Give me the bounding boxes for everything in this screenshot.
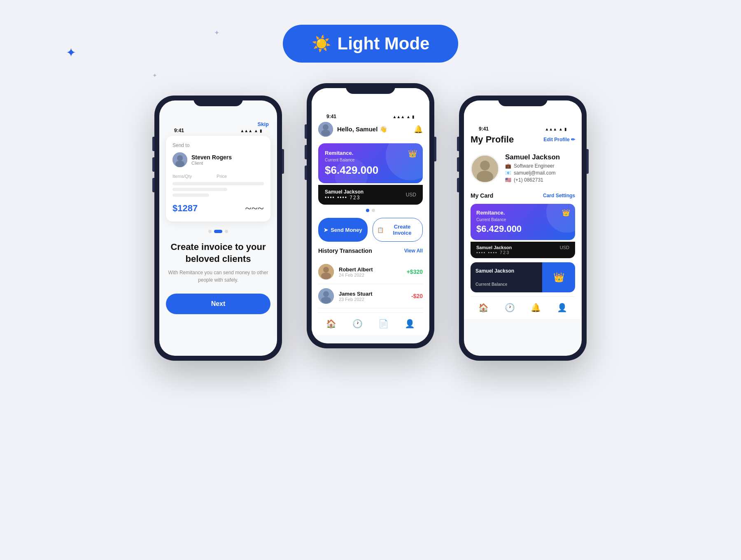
- skip-button[interactable]: Skip: [258, 121, 269, 127]
- svg-point-1: [177, 155, 183, 161]
- items-header: Items/Qty Price: [172, 174, 264, 179]
- profile-phone: 🇺🇸 (+1) 0862731: [505, 177, 575, 183]
- card-settings-button[interactable]: Card Settings: [543, 193, 575, 198]
- greeting-text: Hello, Samuel 👋: [337, 126, 387, 133]
- send-to-label: Send to: [172, 142, 264, 148]
- tx1-avatar: [318, 264, 334, 280]
- sun-icon: ☀️: [312, 35, 331, 53]
- phone-invoice: 9:41 ▲▲▲ ▲ ▮ Skip Send to: [154, 96, 282, 361]
- profile-bottom-nav: 🏠 🕐 🔔 👤: [471, 296, 575, 319]
- history-header: History Transaction View All: [318, 247, 423, 254]
- nav-home-icon[interactable]: 🏠: [326, 319, 336, 329]
- nav-history-icon[interactable]: 🕐: [352, 319, 363, 329]
- items-col1: Items/Qty: [172, 174, 192, 179]
- p3-card-name: Samuel Jackson: [476, 245, 512, 250]
- recipient-role: Client: [191, 161, 232, 166]
- create-invoice-button[interactable]: 📋 Create Invoice: [373, 218, 423, 242]
- phone1-time: 9:41: [174, 128, 184, 133]
- tx2-date: 23 Feb 2022: [339, 297, 406, 302]
- hello-header: Hello, Samuel 👋 🔔: [318, 122, 423, 137]
- dot-3: [225, 230, 228, 233]
- svg-point-11: [321, 297, 331, 303]
- dot-1: [208, 230, 212, 233]
- briefcase-icon: 💼: [505, 163, 511, 169]
- profile-avatar: [471, 154, 499, 183]
- signal-icon: ▲▲▲: [240, 128, 252, 133]
- card-bottom: Samuel Jackson •••• •••• 723 USD: [318, 185, 423, 205]
- ci-dot-2: [372, 209, 375, 212]
- hello-user: Hello, Samuel 👋: [318, 122, 387, 137]
- invoice-icon: 📋: [377, 227, 384, 233]
- phone2-time: 9:41: [326, 114, 336, 119]
- p3-card-dots: •••• •••• 723: [476, 250, 512, 255]
- history-title: History Transaction: [318, 247, 372, 254]
- edit-profile-button[interactable]: Edit Profile ✏: [543, 137, 575, 142]
- phone3-time: 9:41: [479, 126, 489, 132]
- second-card: Samuel Jackson Current Balance 👑: [471, 262, 575, 292]
- tx1-date: 24 Feb 2022: [339, 273, 402, 278]
- star-decoration-1: ✦: [66, 45, 76, 60]
- second-card-right: 👑: [542, 262, 575, 292]
- phones-container: 9:41 ▲▲▲ ▲ ▮ Skip Send to: [154, 96, 587, 361]
- card-holder-name: Samuel Jackson: [325, 189, 364, 195]
- phone2-screen: 9:41 ▲▲▲▲▮: [312, 88, 429, 343]
- view-all-button[interactable]: View All: [404, 248, 423, 254]
- flag-icon: 🇺🇸: [505, 177, 511, 183]
- next-button[interactable]: Next: [166, 294, 270, 314]
- phone1-notch: [193, 96, 243, 106]
- tx1-amount: +$320: [407, 268, 423, 275]
- second-card-balance-label: Current Balance: [475, 282, 537, 287]
- profile-job: 💼 Software Engineer: [505, 163, 575, 169]
- second-card-crown-icon: 👑: [553, 272, 564, 283]
- phone2-status-icons: ▲▲▲▲▮: [392, 114, 415, 119]
- tx1-name: Robert Albert: [339, 266, 402, 273]
- second-card-name: Samuel Jackson: [475, 268, 537, 274]
- svg-point-5: [321, 130, 330, 136]
- profile-balance-card: 👑 Remitance. Current Balance $6.429.000: [471, 204, 575, 240]
- profile-details: Samuel Jackson 💼 Software Engineer 📧 sam…: [505, 153, 575, 184]
- bell-icon[interactable]: 🔔: [414, 125, 423, 134]
- invoice-amount: $1287: [172, 203, 198, 214]
- star-decoration-2: ✦: [214, 29, 219, 37]
- phone-dashboard: 9:41 ▲▲▲▲▮: [307, 83, 434, 348]
- invoice-card: Send to Steven Rogers: [166, 136, 270, 222]
- svg-point-13: [480, 160, 490, 170]
- nav-invoice-icon[interactable]: 📄: [378, 319, 389, 329]
- card-crown-icon: 👑: [562, 209, 570, 217]
- p3-nav-bell-icon[interactable]: 🔔: [531, 303, 541, 313]
- profile-card-bottom: Samuel Jackson •••• •••• 723 USD: [471, 242, 575, 258]
- p3-nav-profile-icon[interactable]: 👤: [557, 303, 567, 313]
- p3-card-label: Current Balance: [476, 217, 569, 222]
- light-mode-badge[interactable]: ☀️ Light Mode: [283, 25, 459, 63]
- p3-card-brand: Remitance.: [476, 210, 569, 216]
- p3-nav-history-icon[interactable]: 🕐: [505, 303, 515, 313]
- profile-user-name: Samuel Jackson: [505, 153, 575, 161]
- phone3-status-bar: 9:41 ▲▲▲▲▮: [471, 119, 575, 134]
- profile-email: 📧 samuelj@mail.com: [505, 170, 575, 176]
- email-address: samuelj@mail.com: [514, 170, 556, 176]
- send-money-button[interactable]: ➤ Send Money: [318, 218, 368, 242]
- user-avatar-small: [318, 122, 333, 137]
- svg-point-7: [323, 267, 329, 273]
- signature: ~~~: [245, 202, 264, 215]
- p3-nav-home-icon[interactable]: 🏠: [478, 303, 489, 313]
- profile-info: Samuel Jackson 💼 Software Engineer 📧 sam…: [471, 153, 575, 184]
- item-line-3: [172, 194, 209, 197]
- invoice-footer: $1287 ~~~: [172, 202, 264, 215]
- bottom-nav: 🏠 🕐 📄 👤: [318, 313, 423, 335]
- dots-indicator: [166, 230, 270, 233]
- job-title: Software Engineer: [514, 163, 555, 169]
- card-balance-amount: $6.429.000: [325, 164, 416, 177]
- svg-point-10: [323, 291, 329, 297]
- nav-profile-icon[interactable]: 👤: [405, 319, 415, 329]
- tx2-avatar: [318, 288, 334, 304]
- invoice-screen-desc: With Remitance you can send money to oth…: [166, 269, 270, 284]
- crown-icon: 👑: [408, 149, 417, 158]
- battery-icon: ▮: [260, 128, 262, 133]
- transaction-item-1: Robert Albert 24 Feb 2022 +$320: [318, 260, 423, 284]
- items-col2: Price: [217, 174, 227, 179]
- my-card-title: My Card: [471, 192, 493, 199]
- phone3-notch: [498, 96, 548, 106]
- my-card-header: My Card Card Settings: [471, 192, 575, 199]
- svg-point-8: [321, 273, 331, 279]
